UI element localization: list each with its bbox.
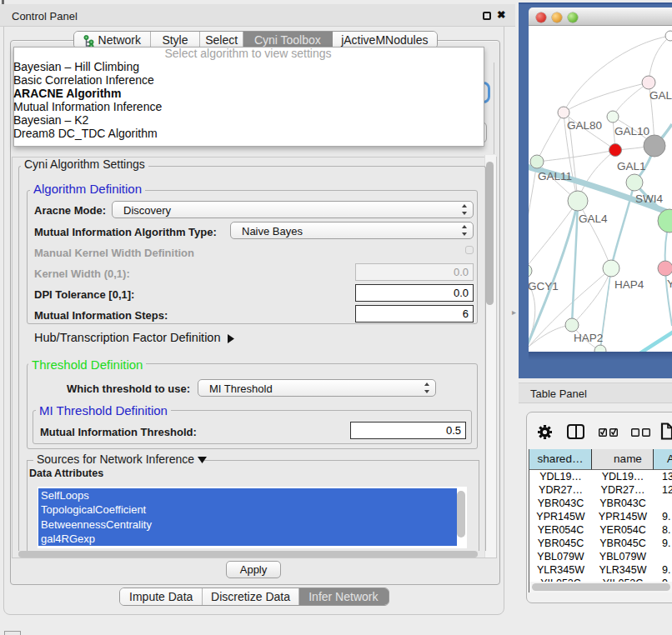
svg-text:HAP2: HAP2 (574, 332, 603, 344)
svg-text:Y: Y (667, 278, 672, 290)
svg-text:GAL4: GAL4 (579, 212, 608, 225)
svg-text:GAL11: GAL11 (538, 170, 572, 182)
svg-text:HAP4: HAP4 (614, 278, 644, 291)
svg-text:GCY1: GCY1 (529, 280, 559, 292)
svg-text:GAL2: GAL2 (649, 89, 672, 102)
svg-text:GAL80: GAL80 (567, 119, 602, 132)
svg-text:GAL1: GAL1 (617, 160, 646, 172)
svg-text:SWI4: SWI4 (635, 192, 663, 205)
svg-text:GAL10: GAL10 (614, 125, 649, 138)
